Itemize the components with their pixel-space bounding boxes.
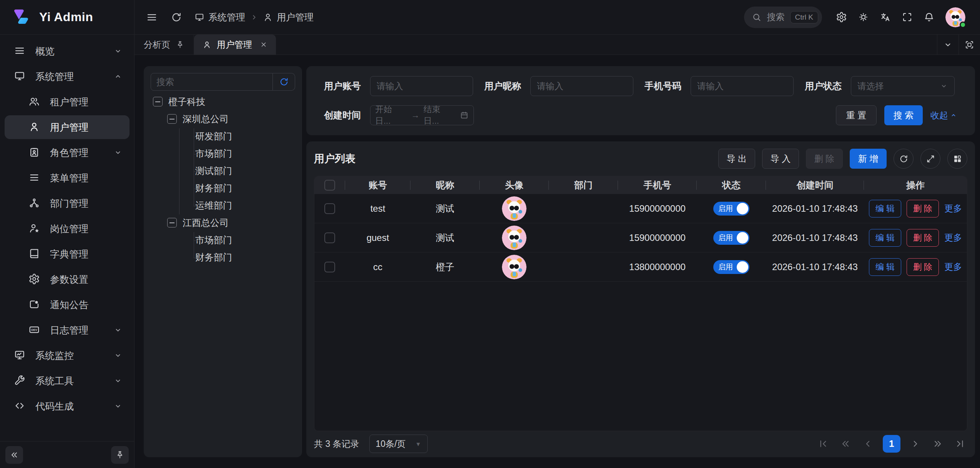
status-toggle[interactable]: 启用 [713,202,749,216]
content-fullscreen-button[interactable] [958,35,980,55]
collapse-box-icon[interactable] [167,218,177,227]
filter-created-label: 创建时间 [324,109,361,121]
tree-node-testing-dept[interactable]: 测试部门 [151,162,295,179]
tab-analysis[interactable]: 分析页 [135,35,194,55]
column-settings-button[interactable] [947,149,967,169]
status-toggle-label: 启用 [718,204,733,214]
table-row: cc 橙子 13800000000 启用 2026-01-10 17:48:43… [314,252,967,282]
collapse-box-icon[interactable] [153,97,163,106]
more-actions-link[interactable]: 更多 [944,232,962,244]
sidebar-pin-button[interactable] [111,446,129,464]
reset-button[interactable]: 重 置 [836,105,877,125]
tab-user-management[interactable]: 用户管理 [194,35,276,55]
sidebar-item-users[interactable]: 用户管理 [5,115,130,139]
next-page-button[interactable] [908,436,923,451]
collapse-filter-link[interactable]: 收起 [930,110,957,121]
global-search[interactable]: 搜索 Ctrl K [744,7,822,28]
table-fullscreen-button[interactable] [920,149,940,169]
export-button[interactable]: 导 出 [718,149,755,169]
next-5-pages-button[interactable] [930,436,945,451]
select-all-checkbox[interactable] [324,180,335,191]
collapse-sidebar-icon[interactable] [145,11,158,24]
user-icon [203,40,211,49]
reload-icon[interactable] [170,11,183,24]
row-checkbox[interactable] [324,262,335,272]
sidebar-item-code-generation[interactable]: 代码生成 [5,394,130,418]
close-icon[interactable] [260,41,267,48]
tree-node-rd-dept[interactable]: 研发部门 [151,128,295,145]
current-page-button[interactable]: 1 [883,435,900,453]
sidebar-item-label: 岗位管理 [50,222,88,235]
date-range-input[interactable]: 开始日... → 结束日... [370,105,474,125]
collapse-box-icon[interactable] [167,114,177,124]
edit-button[interactable]: 编 辑 [869,229,901,247]
breadcrumb-page[interactable]: 用户管理 [263,11,314,23]
status-toggle[interactable]: 启用 [713,260,749,274]
prev-page-button[interactable] [860,436,875,451]
refresh-table-button[interactable] [894,149,914,169]
import-button[interactable]: 导 入 [762,149,799,169]
filter-panel: 用户账号 用户昵称 手机号码 用户状态 请选择 [306,66,975,135]
nickname-input[interactable] [530,76,633,96]
sidebar-item-notices[interactable]: 通知公告 [5,293,130,317]
tab-list-dropdown-button[interactable] [937,35,958,55]
tree-node-label: 运维部门 [195,199,232,212]
sidebar-item-menus[interactable]: 菜单管理 [5,166,130,190]
search-button[interactable]: 搜 索 [884,105,923,125]
breadcrumb-section[interactable]: 系统管理 [194,11,245,23]
delete-row-button[interactable]: 删 除 [907,200,939,217]
tree-node-jx-finance-dept[interactable]: 财务部门 [151,249,295,266]
page-size-value: 10条/页 [376,438,406,450]
tree-node-jx-marketing-dept[interactable]: 市场部门 [151,231,295,249]
refresh-icon [279,77,289,87]
sidebar-item-overview[interactable]: 概览 [5,39,130,63]
last-page-button[interactable] [953,436,967,451]
tree-node-jiangxi-hq[interactable]: 江西总公司 [151,214,295,231]
tree-node-shenzhen-hq[interactable]: 深圳总公司 [151,110,295,128]
row-checkbox[interactable] [324,232,335,243]
first-page-button[interactable] [816,436,831,451]
status-select[interactable]: 请选择 [851,76,955,96]
fullscreen-button[interactable] [896,6,918,28]
pin-icon[interactable] [176,40,184,49]
more-actions-link[interactable]: 更多 [944,261,962,273]
sidebar-item-parameters[interactable]: 参数设置 [5,267,130,291]
sidebar-item-roles[interactable]: 角色管理 [5,141,130,164]
sidebar-item-system-management[interactable]: 系统管理 [5,65,130,88]
edit-button[interactable]: 编 辑 [869,200,901,217]
tree-node-company[interactable]: 橙子科技 [151,93,295,110]
sidebar-item-logs[interactable]: 日志管理 [5,318,130,342]
account-input[interactable] [370,76,473,96]
prev-5-pages-button[interactable] [838,436,853,451]
delete-row-button[interactable]: 删 除 [907,229,939,247]
page-size-select[interactable]: 10条/页 ▼ [369,435,428,453]
delete-button[interactable]: 删 除 [806,149,843,169]
more-actions-link[interactable]: 更多 [944,202,962,214]
tree-node-finance-dept[interactable]: 财务部门 [151,179,295,197]
tree-node-ops-dept[interactable]: 运维部门 [151,197,295,214]
tree-node-label: 测试部门 [195,165,232,177]
sidebar-item-system-tools[interactable]: 系统工具 [5,369,130,393]
tree-node-marketing-dept[interactable]: 市场部门 [151,145,295,162]
delete-row-button[interactable]: 删 除 [907,258,939,276]
row-checkbox[interactable] [324,203,335,214]
phone-input[interactable] [691,76,794,96]
theme-toggle-button[interactable] [852,6,874,28]
tree-guide-line [194,241,202,241]
user-avatar[interactable] [945,7,965,27]
edit-button[interactable]: 编 辑 [869,258,901,276]
tree-search-input[interactable] [151,73,273,91]
sidebar-item-dictionary[interactable]: 字典管理 [5,242,130,266]
logo-area[interactable]: Yi Admin [0,0,135,34]
sidebar-item-system-monitor[interactable]: 系统监控 [5,344,130,367]
add-button[interactable]: 新 增 [850,149,887,169]
sidebar-item-departments[interactable]: 部门管理 [5,191,130,215]
language-button[interactable] [874,6,896,28]
status-toggle[interactable]: 启用 [713,231,749,245]
notifications-button[interactable] [918,6,940,28]
tree-refresh-button[interactable] [273,73,295,91]
sidebar-item-posts[interactable]: 岗位管理 [5,217,130,241]
settings-button[interactable] [831,6,852,28]
sidebar-item-tenant[interactable]: 租户管理 [5,90,130,114]
sidebar-collapse-button[interactable] [5,446,23,464]
